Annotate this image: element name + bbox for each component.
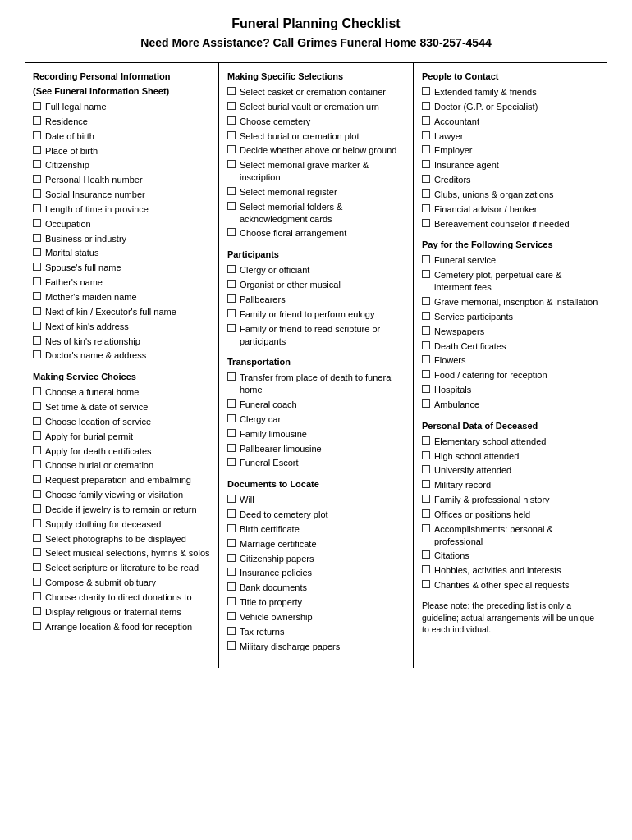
checkbox-icon[interactable] [227,524,236,532]
checkbox-icon[interactable] [227,202,236,210]
checkbox-icon[interactable] [33,131,41,139]
checkbox-icon[interactable] [227,187,236,195]
checkbox-icon[interactable] [422,102,430,110]
checkbox-icon[interactable] [33,460,41,468]
checkbox-icon[interactable] [227,87,236,95]
checkbox-icon[interactable] [33,292,41,300]
checkbox-icon[interactable] [422,116,430,125]
checkbox-icon[interactable] [33,189,41,198]
checkbox-icon[interactable] [33,446,41,454]
checkbox-icon[interactable] [33,402,41,410]
checkbox-icon[interactable] [33,160,41,168]
checkbox-icon[interactable] [422,131,430,139]
checkbox-icon[interactable] [33,519,41,527]
checkbox-icon[interactable] [227,324,236,332]
checkbox-icon[interactable] [33,607,41,615]
checkbox-icon[interactable] [227,280,236,288]
checkbox-icon[interactable] [33,116,41,125]
checkbox-icon[interactable] [227,444,236,452]
checkbox-icon[interactable] [33,504,41,513]
checkbox-icon[interactable] [33,578,41,586]
checkbox-icon[interactable] [227,495,236,503]
checkbox-icon[interactable] [33,248,41,256]
checkbox-icon[interactable] [227,399,236,408]
checkbox-icon[interactable] [227,627,236,635]
list-item-label: Pallbearer limousine [240,443,322,455]
checkbox-icon[interactable] [422,270,430,278]
checkbox-icon[interactable] [33,592,41,600]
checkbox-icon[interactable] [33,234,41,242]
checkbox-icon[interactable] [33,175,41,183]
checkbox-icon[interactable] [227,582,236,591]
checkbox-icon[interactable] [227,612,236,620]
checkbox-icon[interactable] [422,87,430,95]
checkbox-icon[interactable] [422,175,430,183]
col2-section1-title: Making Specific Selections [227,71,405,81]
checkbox-icon[interactable] [227,429,236,437]
checkbox-icon[interactable] [33,307,41,315]
checkbox-icon[interactable] [227,116,236,125]
checkbox-icon[interactable] [422,255,430,263]
checkbox-icon[interactable] [33,475,41,483]
checkbox-icon[interactable] [33,622,41,630]
checkbox-icon[interactable] [227,309,236,317]
checkbox-icon[interactable] [227,228,236,236]
checkbox-icon[interactable] [422,495,430,503]
checkbox-icon[interactable] [33,490,41,498]
checkbox-icon[interactable] [422,509,430,518]
checkbox-icon[interactable] [422,219,430,227]
checkbox-icon[interactable] [33,146,41,154]
checkbox-icon[interactable] [422,204,430,212]
checkbox-icon[interactable] [227,265,236,273]
checkbox-icon[interactable] [33,548,41,556]
checkbox-icon[interactable] [33,387,41,395]
checkbox-icon[interactable] [33,417,41,425]
checkbox-icon[interactable] [227,568,236,576]
checkbox-icon[interactable] [227,294,236,303]
checkbox-icon[interactable] [33,262,41,271]
checkbox-icon[interactable] [33,431,41,440]
checkbox-icon[interactable] [33,322,41,330]
checkbox-icon[interactable] [422,465,430,473]
checkbox-icon[interactable] [33,277,41,285]
checkbox-icon[interactable] [422,436,430,445]
checkbox-icon[interactable] [33,336,41,345]
checkbox-icon[interactable] [422,355,430,363]
checkbox-icon[interactable] [227,102,236,110]
checkbox-icon[interactable] [33,350,41,358]
checkbox-icon[interactable] [422,451,430,459]
checkbox-icon[interactable] [33,563,41,571]
checkbox-icon[interactable] [227,458,236,466]
checkbox-icon[interactable] [227,414,236,422]
checkbox-icon[interactable] [422,326,430,335]
checkbox-icon[interactable] [422,580,430,588]
list-item: Citizenship papers [227,553,405,565]
checkbox-icon[interactable] [422,145,430,153]
checkbox-icon[interactable] [422,550,430,559]
checkbox-icon[interactable] [33,204,41,212]
checkbox-icon[interactable] [422,297,430,305]
checkbox-icon[interactable] [422,399,430,408]
checkbox-icon[interactable] [227,597,236,605]
checkbox-icon[interactable] [422,480,430,488]
checkbox-icon[interactable] [33,102,41,110]
checkbox-icon[interactable] [227,372,236,381]
checkbox-icon[interactable] [422,524,430,532]
checkbox-icon[interactable] [422,565,430,573]
checkbox-icon[interactable] [422,341,430,349]
checkbox-icon[interactable] [422,370,430,378]
checkbox-icon[interactable] [422,385,430,393]
checkbox-icon[interactable] [227,131,236,139]
checkbox-icon[interactable] [33,219,41,227]
list-item-label: Accomplishments: personal & professional [434,523,599,548]
checkbox-icon[interactable] [422,160,430,168]
checkbox-icon[interactable] [227,641,236,650]
checkbox-icon[interactable] [227,509,236,518]
checkbox-icon[interactable] [227,145,236,153]
checkbox-icon[interactable] [422,189,430,198]
checkbox-icon[interactable] [422,312,430,320]
checkbox-icon[interactable] [227,554,236,562]
checkbox-icon[interactable] [33,534,41,542]
checkbox-icon[interactable] [227,160,236,168]
checkbox-icon[interactable] [227,539,236,547]
